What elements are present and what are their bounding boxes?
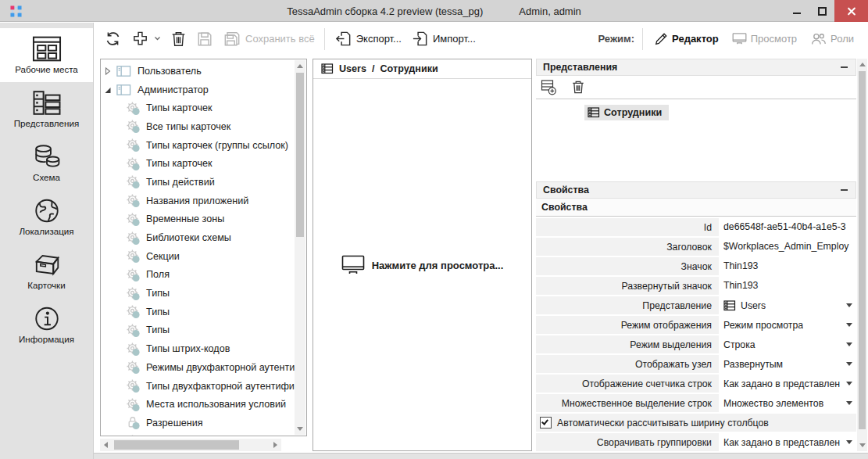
collapse-properties-button[interactable] [838,185,849,195]
properties-scrollbar-thumb[interactable] [859,71,866,429]
mode-editor-button[interactable]: Редактор [651,32,722,46]
scroll-up-icon[interactable] [859,63,866,66]
lock-icon [126,415,141,430]
scroll-left-icon[interactable] [104,442,108,448]
sidebar-item-views[interactable]: Представления [0,82,93,136]
property-input[interactable] [719,238,856,256]
dropdown-value: Множество элементов [723,398,823,409]
tree-item[interactable]: Типы карточек [101,99,295,117]
scroll-down-icon[interactable] [297,427,303,431]
dropdown-value: Режим просмотра [723,320,803,331]
delete-view-button[interactable] [571,80,585,95]
sidebar-item-cards[interactable]: Карточки [0,244,93,298]
tree-item-label: Типы [146,325,170,335]
tree-item[interactable]: Пользователь [101,62,295,81]
mode-roles-button[interactable]: Роли [807,32,857,45]
tree-item[interactable]: Типы штрих-кодов [101,339,295,358]
expander-collapsed-icon[interactable] [103,66,112,77]
maximize-button[interactable] [809,0,834,22]
minus-icon [841,66,848,68]
tree-item[interactable]: Типы карточек (группы ссылок) [101,136,295,155]
tree-item[interactable] [101,432,295,436]
property-dropdown[interactable]: Режим просмотра [719,316,856,334]
tree-item[interactable]: Администратор [101,81,295,99]
export-button[interactable]: Экспорт... [334,30,402,48]
tree-item[interactable]: Названия приложений [101,192,295,210]
property-label: Сворачивать группировки [536,437,719,448]
add-view-button[interactable] [541,79,557,95]
property-label: Развернутый значок [536,281,719,292]
tree-scrollbar-thumb[interactable] [296,73,304,237]
properties-vertical-scrollbar[interactable] [857,59,867,451]
roles-icon [810,32,827,45]
property-dropdown[interactable]: Как задано в представлен [719,375,856,393]
views-list-item-selected[interactable]: Сотрудники [584,105,669,120]
delete-button[interactable] [170,30,187,48]
property-row: Id [536,218,856,236]
properties-group-label: Свойства [541,202,588,213]
property-dropdown[interactable]: Как задано в представлен [719,433,856,451]
sidebar-item-localization[interactable]: Локализация [0,190,93,244]
preview-empty-message[interactable]: Нажмите для просмотра... [313,255,531,275]
tree-item[interactable]: Типы действий [101,173,295,192]
gear-icon [126,212,141,227]
save-button[interactable] [196,30,213,48]
property-input[interactable] [719,257,856,275]
tree-item[interactable]: Секции [101,247,295,266]
tree-horizontal-scrollbar[interactable] [100,439,281,451]
import-label: Импорт... [433,33,476,45]
property-dropdown[interactable]: Строка [719,335,856,353]
tree-item-label: Пользователь [138,66,202,77]
right-panel: Представления [536,59,856,451]
tree-item[interactable]: Режимы двухфакторной аутентиф [101,358,295,377]
sidebar-item-schema[interactable]: Схема [0,136,93,190]
expander-expanded-icon[interactable] [103,84,112,95]
views-item-label: Сотрудники [604,107,662,118]
monitor-icon [341,255,365,275]
sidebar-item-label: Рабочие места [15,64,78,74]
property-label: Значок [536,261,719,272]
save-icon [196,30,213,48]
sidebar-item-workplaces[interactable]: Рабочие места [0,28,93,82]
add-button[interactable] [131,30,161,48]
property-input[interactable] [719,277,856,295]
left-sidebar: Рабочие местаПредставленияСхемаЛокализац… [0,23,94,459]
property-dropdown[interactable]: Множество элементов [719,394,856,412]
sidebar-item-information[interactable]: Информация [0,298,93,352]
scroll-down-icon[interactable] [859,443,866,447]
tree-item-label: Администратор [138,84,209,95]
dropdown-arrow-icon [846,362,852,366]
workplaces-tree-panel: ПользовательАдминистраторТипы карточекВс… [100,59,307,436]
refresh-button[interactable] [104,30,122,48]
tree-item[interactable]: Разрешения [101,414,295,432]
minimize-button[interactable] [784,0,809,22]
property-input[interactable] [719,218,856,236]
close-button[interactable] [834,0,868,22]
tree-item[interactable]: Все типы карточек [101,117,295,136]
tree-vertical-scrollbar[interactable] [295,60,305,435]
tree-hscrollbar-thumb[interactable] [114,440,239,450]
tree-item[interactable]: Типы [101,303,295,321]
checkbox[interactable] [540,417,552,429]
tree-item[interactable]: Поля [101,266,295,285]
property-label: Режим выделения [536,339,719,350]
gear-icon [126,342,141,357]
monitor-sm-icon [732,32,747,45]
property-row: Множественное выделение строкМножество э… [536,394,856,412]
tree-item[interactable]: Типы двухфакторной аутентифика [101,377,295,396]
save-all-button[interactable]: Сохранить всё [223,30,315,48]
property-dropdown[interactable]: Users [719,296,856,314]
tree-item[interactable]: Библиотеки схемы [101,228,295,247]
tree-item[interactable]: Места использования условий [101,395,295,414]
collapse-views-button[interactable] [838,62,849,73]
scroll-right-icon[interactable] [273,442,277,448]
tree-item[interactable]: Типы [101,284,295,303]
tree-item[interactable]: Типы [101,321,295,340]
tree-item[interactable]: Временные зоны [101,210,295,229]
tree-item[interactable]: Типы карточек [101,154,295,173]
scroll-up-icon[interactable] [297,64,303,68]
import-button[interactable]: Импорт... [411,30,476,48]
minus-icon [841,189,848,191]
mode-view-button[interactable]: Просмотр [729,32,800,45]
property-dropdown[interactable]: Развернутым [719,355,856,373]
